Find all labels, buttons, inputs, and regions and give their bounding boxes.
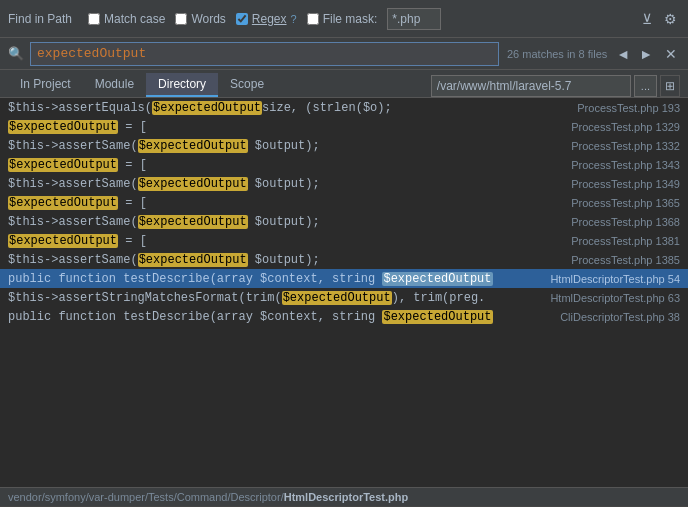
filter-icon: ⊻	[642, 11, 652, 27]
result-code: public function testDescribe(array $cont…	[8, 272, 540, 286]
tab-module[interactable]: Module	[83, 73, 146, 97]
scope-path-more-button[interactable]: ...	[634, 75, 657, 97]
result-code: $expectedOutput = [	[8, 196, 561, 210]
table-row-selected[interactable]: public function testDescribe(array $cont…	[0, 269, 688, 288]
table-row[interactable]: $this->assertEquals($expectedOutputsize,…	[0, 98, 688, 117]
result-file: ProcessTest.php 1332	[571, 140, 680, 152]
result-code: public function testDescribe(array $cont…	[8, 310, 550, 324]
result-code: $this->assertSame($expectedOutput $outpu…	[8, 177, 561, 191]
result-file: CliDescriptorTest.php 38	[560, 311, 680, 323]
result-file: ProcessTest.php 1349	[571, 178, 680, 190]
file-mask-checkbox[interactable]	[307, 13, 319, 25]
result-code: $expectedOutput = [	[8, 120, 561, 134]
tab-in-project[interactable]: In Project	[8, 73, 83, 97]
table-row[interactable]: $expectedOutput = [ ProcessTest.php 1343	[0, 155, 688, 174]
result-file: ProcessTest.php 193	[577, 102, 680, 114]
match-count: 26 matches in 8 files	[507, 48, 607, 60]
tab-scope[interactable]: Scope	[218, 73, 276, 97]
words-checkbox[interactable]	[175, 13, 187, 25]
table-row[interactable]: $expectedOutput = [ ProcessTest.php 1365	[0, 193, 688, 212]
result-file: ProcessTest.php 1365	[571, 197, 680, 209]
result-file: HtmlDescriptorTest.php 54	[550, 273, 680, 285]
nav-buttons: ◄ ► ✕	[613, 46, 680, 62]
regex-label: Regex	[252, 12, 287, 26]
result-file: HtmlDescriptorTest.php 63	[550, 292, 680, 304]
toolbar-actions: ⊻ ⚙	[639, 10, 680, 28]
main-content: $this->assertEquals($expectedOutputsize,…	[0, 98, 688, 507]
table-row[interactable]: $this->assertSame($expectedOutput $outpu…	[0, 174, 688, 193]
prev-match-button[interactable]: ◄	[613, 46, 633, 62]
settings-icon: ⚙	[664, 11, 677, 27]
table-row[interactable]: $this->assertSame($expectedOutput $outpu…	[0, 136, 688, 155]
result-code: $this->assertSame($expectedOutput $outpu…	[8, 139, 561, 153]
words-checkbox-label[interactable]: Words	[175, 12, 225, 26]
close-search-button[interactable]: ✕	[662, 46, 680, 62]
path-breadcrumb: vendor/symfony/var-dumper/Tests/Command/…	[0, 487, 688, 507]
scope-path-input[interactable]	[431, 75, 631, 97]
result-file: ProcessTest.php 1385	[571, 254, 680, 266]
scope-path-area: ... ⊞	[431, 75, 680, 97]
result-file: ProcessTest.php 1343	[571, 159, 680, 171]
file-mask-checkbox-label[interactable]: File mask:	[307, 12, 378, 26]
file-mask-input[interactable]	[387, 8, 441, 30]
result-code: $expectedOutput = [	[8, 234, 561, 248]
words-label: Words	[191, 12, 225, 26]
result-code: $this->assertStringMatchesFormat(trim($e…	[8, 291, 540, 305]
result-code: $this->assertEquals($expectedOutputsize,…	[8, 101, 567, 115]
table-row[interactable]: $expectedOutput = [ ProcessTest.php 1381	[0, 231, 688, 250]
tab-directory[interactable]: Directory	[146, 73, 218, 97]
match-case-checkbox[interactable]	[88, 13, 100, 25]
result-code: $this->assertSame($expectedOutput $outpu…	[8, 215, 561, 229]
settings-button[interactable]: ⚙	[661, 10, 680, 28]
search-icon: 🔍	[8, 46, 24, 61]
breadcrumb-path: vendor/symfony/var-dumper/Tests/Command/…	[8, 491, 284, 503]
toolbar-title: Find in Path	[8, 12, 72, 26]
result-code: $expectedOutput = [	[8, 158, 561, 172]
result-file: ProcessTest.php 1329	[571, 121, 680, 133]
search-input[interactable]	[30, 42, 499, 66]
table-row[interactable]: $this->assertStringMatchesFormat(trim($e…	[0, 288, 688, 307]
table-row[interactable]: public function testDescribe(array $cont…	[0, 307, 688, 326]
scope-grid-button[interactable]: ⊞	[660, 75, 680, 97]
regex-checkbox-label[interactable]: Regex ?	[236, 12, 297, 26]
match-case-label: Match case	[104, 12, 165, 26]
table-row[interactable]: $expectedOutput = [ ProcessTest.php 1329	[0, 117, 688, 136]
table-row[interactable]: $this->assertSame($expectedOutput $outpu…	[0, 212, 688, 231]
regex-checkbox[interactable]	[236, 13, 248, 25]
breadcrumb-file: HtmlDescriptorTest.php	[284, 491, 408, 503]
filter-button[interactable]: ⊻	[639, 10, 655, 28]
file-mask-label: File mask:	[323, 12, 378, 26]
table-row[interactable]: $this->assertSame($expectedOutput $outpu…	[0, 250, 688, 269]
result-code: $this->assertSame($expectedOutput $outpu…	[8, 253, 561, 267]
result-file: ProcessTest.php 1381	[571, 235, 680, 247]
search-bar: 🔍 26 matches in 8 files ◄ ► ✕	[0, 38, 688, 70]
results-list[interactable]: $this->assertEquals($expectedOutputsize,…	[0, 98, 688, 487]
result-file: ProcessTest.php 1368	[571, 216, 680, 228]
next-match-button[interactable]: ►	[636, 46, 656, 62]
match-case-checkbox-label[interactable]: Match case	[88, 12, 165, 26]
find-in-path-toolbar: Find in Path Match case Words Regex ? Fi…	[0, 0, 688, 38]
scope-tabs: In Project Module Directory Scope ... ⊞	[0, 70, 688, 98]
regex-help-icon[interactable]: ?	[291, 13, 297, 25]
